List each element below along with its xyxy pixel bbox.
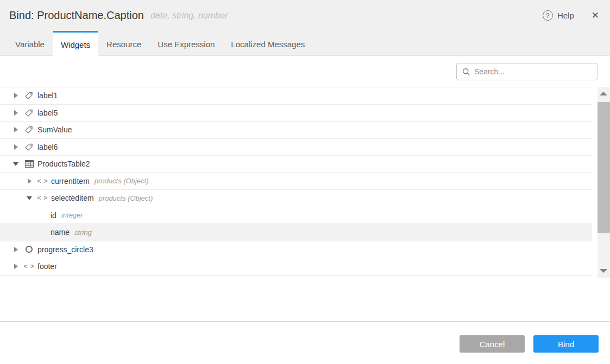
tab-bar: Variable Widgets Resource Use Expression… — [0, 31, 610, 56]
chevron-down-icon[interactable] — [27, 196, 32, 200]
header-actions: Help — [543, 0, 599, 31]
tree-item-label: label6 — [37, 143, 58, 151]
tree-item-label: selecteditem — [51, 194, 94, 202]
tree-row[interactable]: label6 — [0, 139, 592, 156]
tag-icon — [24, 143, 34, 151]
expand-slot[interactable] — [13, 144, 18, 150]
tree-row[interactable]: footer — [0, 258, 592, 276]
tree-row[interactable]: progress_circle3 — [0, 241, 592, 259]
chevron-right-icon[interactable] — [14, 110, 18, 116]
tree-row[interactable]: label1 — [0, 87, 592, 105]
icon-slot — [24, 246, 34, 253]
tab-localized-messages[interactable]: Localized Messages — [223, 31, 313, 56]
dialog-header: Bind: ProductName.Caption date, string, … — [0, 0, 610, 31]
tree-item-label: name — [51, 228, 70, 237]
tree-item-label: label1 — [37, 91, 58, 100]
expand-slot[interactable] — [13, 110, 18, 116]
dialog-subtitle-types: date, string, number — [150, 11, 228, 21]
icon-slot — [24, 108, 34, 117]
tree-row[interactable]: currentItem products (Object) — [0, 173, 592, 190]
tag-icon — [24, 91, 34, 100]
tree-item-label: progress_circle3 — [37, 245, 93, 254]
tree-row[interactable]: ProductsTable2 — [0, 156, 592, 173]
search-box — [456, 63, 598, 80]
scrollbar-thumb[interactable] — [598, 102, 610, 233]
expand-slot[interactable] — [13, 127, 18, 132]
expand-slot[interactable] — [27, 178, 32, 184]
tag-icon — [24, 108, 34, 117]
icon-slot — [24, 91, 34, 100]
help-button[interactable]: Help — [557, 11, 574, 20]
code-brackets-icon — [37, 194, 48, 202]
code-brackets-icon — [37, 177, 48, 185]
bind-dialog: Bind: ProductName.Caption date, string, … — [0, 0, 610, 364]
progress-circle-icon — [26, 246, 33, 253]
tag-icon — [24, 125, 34, 134]
chevron-right-icon[interactable] — [14, 127, 18, 132]
chevron-right-icon[interactable] — [28, 178, 32, 184]
table-icon — [25, 160, 34, 168]
tab-variable[interactable]: Variable — [7, 31, 53, 56]
tree-row[interactable]: name string — [0, 224, 592, 241]
icon-slot — [38, 177, 47, 185]
tree-item-label: SumValue — [37, 125, 72, 134]
bind-button[interactable]: Bind — [533, 335, 599, 353]
icon-slot — [24, 125, 34, 134]
tree-item-meta: string — [74, 228, 92, 237]
expand-slot[interactable] — [13, 264, 18, 269]
widget-tree: label1 — [0, 87, 592, 276]
tree-item-label: ProductsTable2 — [37, 159, 90, 168]
tree-row[interactable]: SumValue — [0, 122, 592, 139]
chevron-right-icon[interactable] — [14, 247, 18, 252]
icon-slot — [24, 160, 34, 168]
expand-slot[interactable] — [27, 196, 32, 200]
expand-slot[interactable] — [13, 93, 18, 98]
dialog-title: Bind: ProductName.Caption — [9, 9, 144, 22]
chevron-down-icon[interactable] — [13, 162, 18, 166]
expand-slot[interactable] — [13, 247, 18, 252]
tree-item-label: footer — [37, 262, 57, 271]
scroll-down-icon[interactable] — [600, 269, 607, 273]
dialog-footer: Cancel Bind — [0, 321, 610, 364]
tree-item-meta: products (Object) — [99, 194, 153, 202]
icon-slot — [24, 143, 34, 151]
expand-slot[interactable] — [13, 162, 18, 166]
tree-item-label: currentItem — [51, 177, 90, 186]
tab-use-expression[interactable]: Use Expression — [149, 31, 223, 56]
close-icon[interactable] — [592, 11, 599, 20]
icon-slot — [24, 263, 34, 270]
tab-resource[interactable]: Resource — [98, 31, 149, 56]
chevron-right-icon[interactable] — [14, 144, 18, 150]
tree-item-label: id — [51, 211, 56, 220]
help-icon[interactable] — [543, 10, 553, 21]
tree-item-meta: integer — [61, 211, 83, 219]
tree-item-meta: products (Object) — [95, 177, 149, 185]
tree-item-label: label5 — [37, 108, 58, 117]
tree-row[interactable]: label5 — [0, 105, 592, 122]
search-icon — [462, 68, 470, 76]
chevron-right-icon[interactable] — [14, 93, 18, 98]
tree-scrollbar[interactable] — [598, 87, 610, 278]
cancel-button[interactable]: Cancel — [460, 335, 525, 353]
tree-row[interactable]: selecteditem products (Object) — [0, 190, 592, 207]
icon-slot — [38, 194, 47, 202]
binding-status: The widget can be bound Target : Product… — [0, 278, 610, 321]
tab-widgets[interactable]: Widgets — [53, 31, 98, 56]
code-brackets-icon — [23, 263, 34, 270]
scroll-up-icon[interactable] — [600, 92, 607, 95]
search-input[interactable] — [474, 67, 588, 76]
chevron-right-icon[interactable] — [14, 264, 18, 269]
tree-row[interactable]: id integer — [0, 207, 592, 225]
